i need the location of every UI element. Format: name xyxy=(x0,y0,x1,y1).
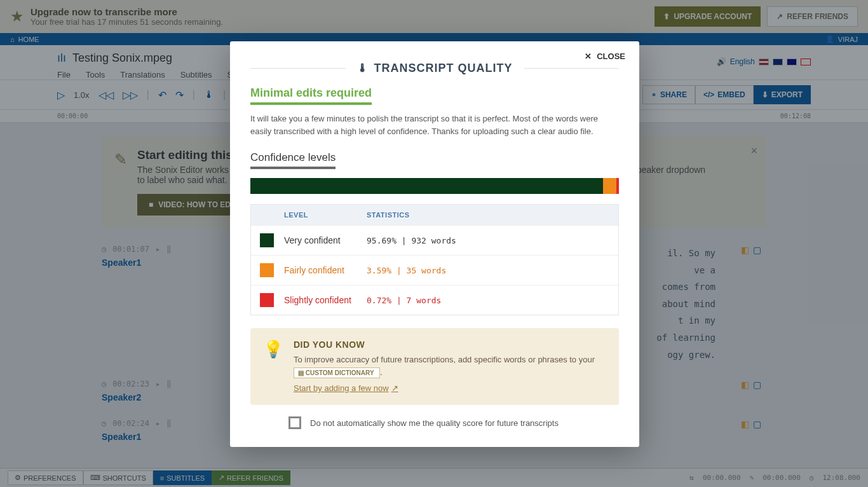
transcript-quality-modal: ✕ CLOSE 🌡 TRANSCRIPT QUALITY Minimal edi… xyxy=(230,41,639,447)
col-level: LEVEL xyxy=(284,211,367,219)
dyk-body: To improve accuracy of future transcript… xyxy=(294,353,606,378)
confidence-bar-chart xyxy=(250,178,619,194)
confidence-bar-very xyxy=(250,178,603,194)
table-row: Fairly confident 3.59% | 35 words xyxy=(251,255,618,285)
confidence-bar-slightly xyxy=(616,178,619,194)
confidence-levels-heading: Confidence levels xyxy=(250,151,336,169)
close-modal-button[interactable]: ✕ CLOSE xyxy=(585,51,625,61)
no-show-option: Do not automatically show me the quality… xyxy=(250,405,619,429)
quality-description: It will take you a few minutes to polish… xyxy=(250,113,619,137)
custom-dictionary-link[interactable]: ▤ CUSTOM DICTIONARY xyxy=(294,367,380,378)
start-adding-link[interactable]: Start by adding a few now ↗ xyxy=(294,383,398,393)
swatch-very-confident xyxy=(260,233,274,247)
swatch-slightly-confident xyxy=(260,293,274,307)
confidence-bar-fairly xyxy=(603,178,616,194)
did-you-know-panel: 💡 DID YOU KNOW To improve accuracy of fu… xyxy=(250,328,619,405)
table-row: Slightly confident 0.72% | 7 words xyxy=(251,285,618,315)
modal-title: 🌡 TRANSCRIPT QUALITY xyxy=(250,55,619,86)
external-link-icon: ↗ xyxy=(391,383,398,393)
confidence-table: LEVEL STATISTICS Very confident 95.69% |… xyxy=(250,204,619,315)
swatch-fairly-confident xyxy=(260,263,274,277)
lightbulb-icon: 💡 xyxy=(263,340,283,394)
thermometer-icon: 🌡 xyxy=(357,62,369,75)
close-icon: ✕ xyxy=(585,51,592,61)
col-stats: STATISTICS xyxy=(367,211,410,219)
table-row: Very confident 95.69% | 932 words xyxy=(251,225,618,255)
list-icon: ▤ xyxy=(298,369,304,376)
no-show-checkbox[interactable] xyxy=(288,416,301,429)
dyk-title: DID YOU KNOW xyxy=(294,340,606,350)
no-show-label: Do not automatically show me the quality… xyxy=(310,418,559,428)
quality-summary-heading: Minimal edits required xyxy=(250,86,372,105)
